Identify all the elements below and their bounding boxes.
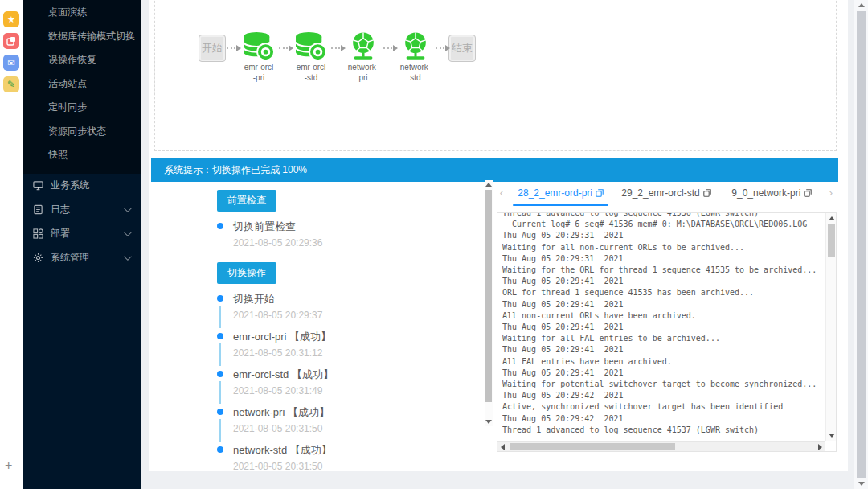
timeline-connector [219,343,221,366]
log-line: Waiting for the ORL for thread 1 sequenc… [502,265,824,276]
open-in-window-icon[interactable] [804,189,812,197]
timeline-row: network-std 【成功】 2021-08-05 20:31:50 [217,443,474,471]
flow-resource-node[interactable]: emr-orcl -std [292,31,330,83]
log-tab[interactable]: 29_2_emr-orcl-std [613,183,719,207]
log-tab[interactable]: 28_2_emr-ord-pri [508,183,613,207]
flow-node-label-line1: emr-orcl [297,63,326,72]
mail-app-icon[interactable]: ✉ [3,55,19,71]
star-app-icon[interactable]: ★ [3,11,19,27]
log-tab-label: 29_2_emr-orcl-std [621,187,699,199]
scroll-down-icon[interactable] [829,434,835,438]
log-line: Thu Aug 05 20:29:41 2021 [502,299,824,310]
sidebar-item-deploy[interactable]: 部署 [23,222,141,246]
flow-terminal-label: 结束 [452,41,473,55]
log-line: Thu Aug 05 20:29:31 2021 [502,230,824,241]
timeline-row: emr-orcl-pri 【成功】 2021-08-05 20:31:12 [217,330,474,359]
sidebar-submenu-item[interactable]: 桌面演练 [23,1,141,25]
scroll-down-icon[interactable] [858,482,865,486]
add-app-button[interactable]: + [5,458,12,473]
sidebar-item-label: 部署 [51,227,70,240]
timeline-row: 前置检查 [217,185,474,220]
scroll-down-icon[interactable] [485,420,492,424]
timeline-event-title: network-std 【成功】 [233,443,474,458]
scroll-up-icon[interactable] [829,216,835,220]
log-tabs: 28_2_emr-ord-pri 29_2_emr-orcl-std 9_0_n… [508,183,825,207]
timeline-event: 切换开始 2021-08-05 20:29:37 [217,292,474,321]
timeline-event: emr-orcl-std 【成功】 2021-08-05 20:31:49 [217,368,474,397]
windows-icon [6,36,16,46]
timeline-event-time: 2021-08-05 20:29:37 [233,310,474,321]
sidebar-submenu-item[interactable]: 快照 [23,143,141,167]
log-line: All FAL entries have been archived. [502,356,824,368]
chevron-down-icon [124,228,132,236]
note-app-icon[interactable]: ✎ [3,76,19,92]
scroll-left-icon[interactable] [501,444,505,450]
tabs-next-button[interactable]: › [825,183,837,203]
gear-icon [33,253,43,263]
sidebar-item-label: 数据库传输模式切换 [48,31,135,42]
timeline-stage-button[interactable]: 切换操作 [217,262,276,284]
scroll-up-icon[interactable] [485,183,492,187]
timeline-dot-icon [217,223,223,229]
timeline-stage-button[interactable]: 前置检查 [217,190,276,212]
sidebar-submenu-item[interactable]: 定时同步 [23,96,141,120]
flow-node-label-line2: -std [305,73,318,83]
gallery-app-icon[interactable] [3,33,19,49]
timeline-connector [219,306,221,328]
scrollbar-thumb[interactable] [510,443,675,450]
page-scrollbar[interactable] [854,0,868,489]
log-line: Waiting for all non-current ORLs to be a… [502,242,824,253]
log-tab[interactable]: 9_0_network-pri [719,183,825,207]
scrollbar-thumb[interactable] [485,190,492,402]
open-in-window-icon[interactable] [596,189,604,197]
sidebar-submenu-item[interactable]: 资源同步状态 [23,120,141,144]
flow-arrow-icon [331,47,343,49]
flow-step: 开始 [199,31,240,62]
scrollbar-thumb[interactable] [857,11,866,478]
system-notice-bar: 系统提示：切换操作已完成 100% [151,158,838,182]
flow-step: emr-orcl -std [292,31,344,83]
sidebar-submenu-item[interactable]: 活动站点 [23,72,141,97]
flow-node-label-line2: std [410,73,420,83]
timeline-event-title: 切换前置检查 [233,220,474,234]
network-globe-icon [348,31,379,62]
flow-step: network- std [396,31,448,83]
log-lines: Thread 1 advanced to log sequence 41536 … [502,213,824,436]
timeline-dot-icon [217,333,223,339]
flow-terminal-node[interactable]: 结束 [448,35,476,62]
system-notice-text: 系统提示：切换操作已完成 100% [164,164,307,175]
log-horizontal-scrollbar[interactable] [497,441,825,451]
log-outer-scrollbar[interactable] [485,180,493,426]
tabs-prev-button[interactable]: ‹ [495,183,508,203]
scroll-right-icon[interactable] [818,444,822,450]
timeline-connector [219,381,221,404]
log-content: Thread 1 advanced to log sequence 41536 … [502,213,824,440]
sidebar-item-label: 桌面演练 [48,6,87,18]
log-line: Current log# 6 seq# 41536 mem# 0: M:\DAT… [502,219,824,230]
network-globe-icon [400,31,431,62]
log-line: Thu Aug 05 20:29:41 2021 [502,322,824,333]
flow-resource-node[interactable]: network- std [396,31,435,83]
timeline-event: emr-orcl-pri 【成功】 2021-08-05 20:31:12 [217,330,474,359]
sidebar-item-business-systems[interactable]: 业务系统 [23,174,141,198]
timeline-row: emr-orcl-std 【成功】 2021-08-05 20:31:49 [217,368,474,397]
open-in-window-icon[interactable] [703,189,711,197]
flow-resource-node[interactable]: network- pri [344,31,383,83]
monitor-icon [33,180,43,191]
sidebar-submenu-item[interactable]: 数据库传输模式切换 [23,25,141,49]
scroll-up-icon[interactable] [858,3,865,7]
log-line: ORL for thread 1 sequence 41535 has been… [502,287,824,298]
log-line: Waiting for all FAL entries to be archiv… [502,333,824,344]
flow-terminal-node[interactable]: 开始 [199,35,226,62]
sidebar-submenu-item[interactable]: 误操作恢复 [23,48,141,72]
log-vertical-scrollbar[interactable] [825,213,836,441]
timeline-event-time: 2021-08-05 20:29:36 [233,237,474,249]
flow-resource-node[interactable]: emr-orcl -pri [240,31,278,83]
scrollbar-thumb[interactable] [828,224,835,257]
workflow-canvas: 开始 [154,0,837,151]
flow-arrow-icon [383,47,395,49]
log-tab-label: 28_2_emr-ord-pri [518,187,592,199]
flow-arrow-icon [279,47,291,49]
sidebar-item-system-admin[interactable]: 系统管理 [23,246,141,270]
sidebar-item-logs[interactable]: 日志 [23,198,141,222]
